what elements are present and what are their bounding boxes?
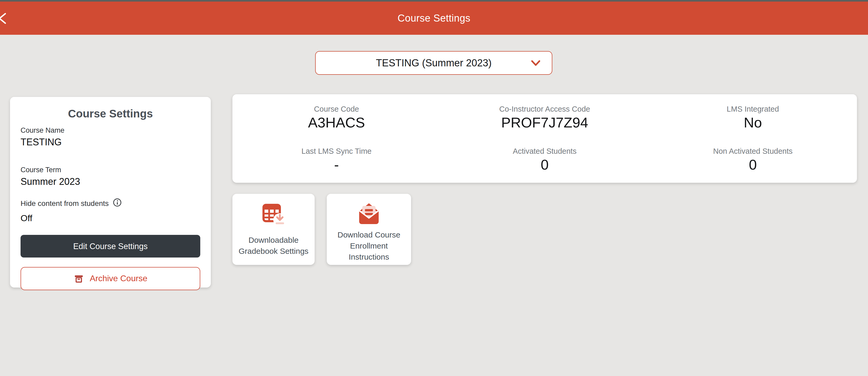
stat-label: Activated Students (441, 147, 649, 156)
archive-box-icon (73, 273, 85, 284)
stat-value: - (232, 157, 441, 173)
course-name-value: TESTING (21, 137, 200, 148)
course-stats-card: Course Code A3HACS Co-Instructor Access … (232, 94, 857, 183)
course-settings-page: Course Settings TESTING (Summer 2023) Co… (0, 0, 868, 376)
stat-non-activated-students: Non Activated Students 0 (649, 147, 857, 173)
course-term-label: Course Term (21, 166, 200, 174)
settings-card-title: Course Settings (21, 107, 200, 120)
course-selector-value: TESTING (Summer 2023) (376, 57, 491, 69)
gradebook-download-icon (261, 202, 286, 226)
info-circle-icon (113, 198, 122, 209)
course-term-value: Summer 2023 (21, 176, 200, 187)
hide-content-label: Hide content from students (21, 199, 109, 207)
edit-course-settings-button[interactable]: Edit Course Settings (21, 235, 200, 258)
archive-course-button[interactable]: Archive Course (21, 267, 200, 290)
archive-course-label: Archive Course (90, 274, 148, 283)
stat-label: Course Code (232, 105, 441, 113)
stat-label: Co-Instructor Access Code (441, 105, 649, 113)
download-enrollment-instructions-label: Download Course Enrollment Instructions (332, 229, 406, 262)
stat-course-code: Course Code A3HACS (232, 105, 441, 131)
stat-value: 0 (441, 157, 649, 173)
app-header: Course Settings (0, 2, 868, 35)
stat-value: 0 (649, 157, 857, 173)
stat-co-instructor-code: Co-Instructor Access Code PROF7J7Z94 (441, 105, 649, 131)
stat-label: Non Activated Students (649, 147, 857, 156)
downloadable-gradebook-settings-card[interactable]: Downloadable Gradebook Settings (232, 194, 315, 265)
hide-content-info-button[interactable] (113, 198, 122, 209)
stat-lms-integrated: LMS Integrated No (649, 105, 857, 131)
back-button[interactable] (0, 10, 11, 26)
downloadable-gradebook-settings-label: Downloadable Gradebook Settings (238, 234, 309, 257)
chevron-down-icon (531, 60, 541, 66)
course-name-label: Course Name (21, 126, 200, 134)
course-settings-card: Course Settings Course Name TESTING Cour… (10, 97, 211, 287)
stat-activated-students: Activated Students 0 (441, 147, 649, 173)
course-selector-dropdown[interactable]: TESTING (Summer 2023) (315, 51, 552, 75)
stat-label: Last LMS Sync Time (232, 147, 441, 156)
stat-value: No (649, 115, 857, 131)
stat-last-lms-sync: Last LMS Sync Time - (232, 147, 441, 173)
enrollment-email-icon (357, 202, 381, 226)
stat-value: A3HACS (232, 115, 441, 131)
download-enrollment-instructions-card[interactable]: Download Course Enrollment Instructions (327, 194, 411, 265)
stat-value: PROF7J7Z94 (441, 115, 649, 131)
page-title: Course Settings (398, 12, 470, 24)
hide-content-value: Off (21, 213, 200, 224)
stat-label: LMS Integrated (649, 105, 857, 113)
chevron-left-icon (0, 20, 11, 28)
